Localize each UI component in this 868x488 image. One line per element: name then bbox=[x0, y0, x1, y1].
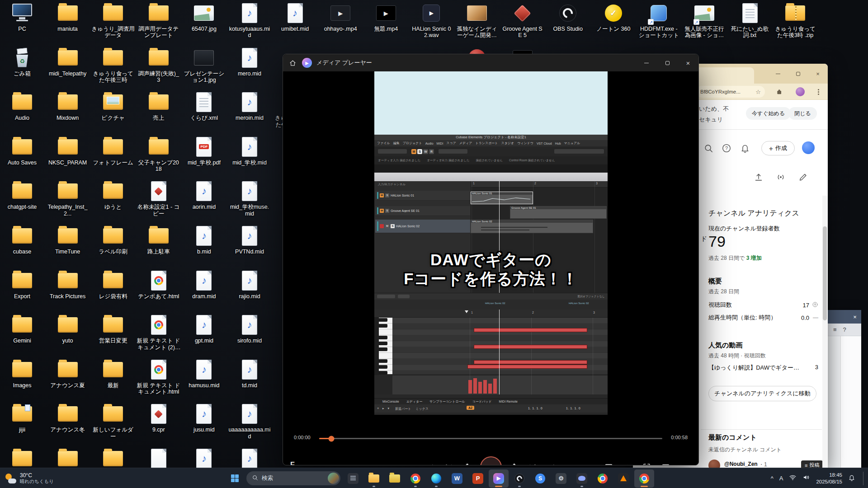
scrollbar-thumb[interactable] bbox=[823, 226, 827, 320]
desktop-icon[interactable]: NKSC_PARAM bbox=[46, 135, 90, 166]
desktop-icon[interactable]: 父子キャンプ2018 bbox=[137, 135, 180, 173]
desktop-icon[interactable]: midi_Telepathy bbox=[46, 46, 90, 77]
desktop-icon[interactable]: ♪meroin.mid bbox=[228, 90, 271, 121]
browser-menu-icon[interactable] bbox=[815, 87, 822, 97]
desktop-icon[interactable]: 死にたい_ぬ歌詞.txt bbox=[728, 1, 772, 39]
desktop-icon[interactable]: プレゼンテーション1.jpg bbox=[182, 46, 226, 84]
clock[interactable]: 18:45 2025/08/15 bbox=[816, 472, 842, 485]
desktop-icon[interactable]: Export bbox=[0, 269, 44, 300]
banner-primary-button[interactable]: 今すぐ始める bbox=[746, 107, 791, 120]
rewind-10-button[interactable]: 10 bbox=[461, 460, 476, 465]
desktop-icon[interactable]: アナウンス冬 bbox=[46, 402, 90, 433]
desktop-icon[interactable]: ピクチャ bbox=[91, 90, 135, 121]
desktop-icon[interactable]: アナウンス夏 bbox=[46, 358, 90, 389]
desktop-icon[interactable]: ラベル印刷 bbox=[91, 224, 135, 255]
desktop-icon[interactable]: ♪b.mid bbox=[182, 224, 226, 255]
taskbar-app-file-explorer[interactable] bbox=[364, 469, 384, 488]
desktop-icon[interactable]: ♻ごみ箱 bbox=[0, 46, 44, 77]
desktop-icon[interactable]: cubase bbox=[0, 224, 44, 255]
desktop-icon[interactable]: 65407.jpg bbox=[182, 1, 226, 32]
search-daily-image[interactable] bbox=[328, 473, 339, 484]
close-icon[interactable]: × bbox=[849, 314, 861, 320]
desktop-icon[interactable]: Audio bbox=[0, 90, 44, 121]
desktop-icon[interactable]: Mixdown bbox=[46, 90, 90, 121]
desktop-icon[interactable]: ▶ohhayo-.mp4 bbox=[319, 1, 362, 32]
commenter-avatar[interactable] bbox=[708, 460, 720, 468]
commenter-name[interactable]: @Noubi_Zen bbox=[724, 461, 758, 467]
channel-avatar[interactable] bbox=[802, 141, 815, 154]
desktop-icon[interactable]: ♪jusu.mid bbox=[182, 402, 226, 433]
desktop-icon[interactable]: yuto bbox=[46, 313, 90, 344]
video-surface[interactable]: Cubase Elements プロジェクト - 名称未設定1 ファイル編集プロ… bbox=[374, 71, 608, 415]
taskbar-app-chrome-youtube[interactable] bbox=[634, 469, 654, 488]
bookmark-star-icon[interactable]: ☆ bbox=[755, 89, 761, 95]
desktop-icon[interactable]: ↗HDDFMT.exe - ショートカット bbox=[637, 1, 680, 39]
hamburger-menu-icon[interactable]: ≡ bbox=[833, 326, 837, 333]
taskbar-app-teams[interactable]: S bbox=[530, 469, 550, 488]
close-icon[interactable]: × bbox=[678, 54, 698, 71]
extensions-icon[interactable] bbox=[776, 88, 783, 97]
browser-profile-avatar[interactable] bbox=[796, 87, 805, 96]
desktop-icon[interactable]: 路上駐車 bbox=[137, 224, 180, 255]
help-icon[interactable]: ? bbox=[843, 326, 846, 333]
desktop-icon[interactable]: 新規 テキスト ドキュメント.html bbox=[137, 358, 180, 395]
desktop-icon[interactable]: ♪PVTNd.mid bbox=[228, 224, 271, 255]
desktop-icon[interactable]: ♪hamusu.mid bbox=[182, 358, 226, 389]
volume-icon[interactable] bbox=[802, 474, 810, 483]
desktop-icon[interactable]: ♪gpt.mid bbox=[182, 313, 226, 344]
next-button[interactable] bbox=[525, 460, 541, 465]
desktop-icon[interactable]: ♪td.mid bbox=[228, 358, 271, 389]
desktop-icon[interactable]: PC bbox=[0, 1, 44, 32]
search-icon[interactable] bbox=[703, 143, 713, 155]
taskbar-app-google-app[interactable] bbox=[593, 469, 613, 488]
maximize-icon[interactable] bbox=[657, 54, 678, 71]
desktop-icon[interactable]: ▶HALion Sonic 02.wav bbox=[410, 1, 453, 39]
banner-close-button[interactable]: 閉じる bbox=[788, 107, 817, 120]
taskbar-app-powerpoint[interactable]: P bbox=[468, 469, 488, 488]
close-icon[interactable]: × bbox=[808, 64, 828, 84]
taskbar-app-chrome[interactable] bbox=[406, 469, 425, 488]
desktop-icon[interactable]: ♪kotusytuaaus.mid bbox=[228, 1, 271, 39]
desktop-icon[interactable]: OBS Studio bbox=[546, 1, 590, 32]
taskbar-app-obs-studio[interactable] bbox=[509, 469, 529, 488]
desktop-icon[interactable]: 最新 bbox=[91, 358, 135, 389]
edit-pencil-icon[interactable] bbox=[798, 172, 808, 184]
minimize-icon[interactable] bbox=[636, 54, 657, 71]
taskbar-app-settings[interactable]: ⚙ bbox=[551, 469, 571, 488]
weather-widget[interactable]: 30°C 晴れのちくもり bbox=[5, 468, 54, 488]
analytics-metric-row[interactable]: 視聴回数17 bbox=[708, 299, 818, 311]
media-player-window[interactable]: ▶ メディア プレーヤー × Cubase Elements プロジェクト - … bbox=[283, 54, 699, 465]
desktop-icon[interactable]: jijii bbox=[0, 402, 44, 433]
desktop-icon[interactable]: ♪mero.mid bbox=[228, 46, 271, 77]
desktop-icon[interactable]: ▶無題.mp4 bbox=[364, 1, 408, 32]
more-button[interactable] bbox=[677, 459, 692, 465]
wifi-icon[interactable] bbox=[789, 474, 797, 483]
upload-icon[interactable] bbox=[754, 172, 764, 184]
desktop-icon[interactable]: テンポあて.html bbox=[137, 269, 180, 300]
taskbar-app-notepad[interactable] bbox=[343, 469, 363, 488]
desktop-icon[interactable]: 調声練習(失敗)_3 bbox=[137, 46, 180, 84]
taskbar-app-vlc[interactable] bbox=[613, 469, 633, 488]
popular-video-row[interactable]: 【ゆっくり解説】DAWでギターのF... 3 bbox=[708, 364, 818, 372]
desktop-icon[interactable]: ♪umibet.mid bbox=[274, 1, 317, 32]
taskbar-search-box[interactable]: 検索 bbox=[246, 471, 340, 485]
desktop-icon[interactable]: ゆうと bbox=[91, 179, 135, 210]
cast-button[interactable] bbox=[658, 459, 673, 465]
desktop-icon[interactable]: ♪rajio.mid bbox=[228, 269, 271, 300]
desktop-icon[interactable]: PDFmid_学校.pdf bbox=[182, 135, 226, 166]
taskbar-app-word[interactable]: W bbox=[447, 469, 467, 488]
start-button[interactable] bbox=[226, 469, 244, 488]
desktop-icon[interactable]: 新規 テキスト ドキュメント (2).html bbox=[137, 313, 180, 351]
seek-bar-thumb[interactable] bbox=[328, 436, 334, 441]
address-bar[interactable]: Bf8CoYRxgIme... ☆ bbox=[696, 86, 765, 98]
maximize-icon[interactable] bbox=[788, 64, 808, 84]
desktop-icon[interactable]: ✓ノートン 360 bbox=[592, 1, 635, 32]
desktop-icon[interactable]: くらび.xml bbox=[182, 90, 226, 121]
desktop-icon[interactable]: ♪mid_学校muse.mid bbox=[228, 179, 271, 217]
desktop-icon[interactable]: 営業日変更 bbox=[91, 313, 135, 344]
desktop-icon[interactable]: Track Pictures bbox=[46, 269, 90, 300]
forward-30-button[interactable]: 30 bbox=[506, 460, 521, 465]
desktop-icon[interactable]: chatgpt-site bbox=[0, 179, 44, 210]
notification-bell-icon[interactable] bbox=[740, 143, 750, 155]
play-pause-button[interactable] bbox=[480, 456, 502, 465]
